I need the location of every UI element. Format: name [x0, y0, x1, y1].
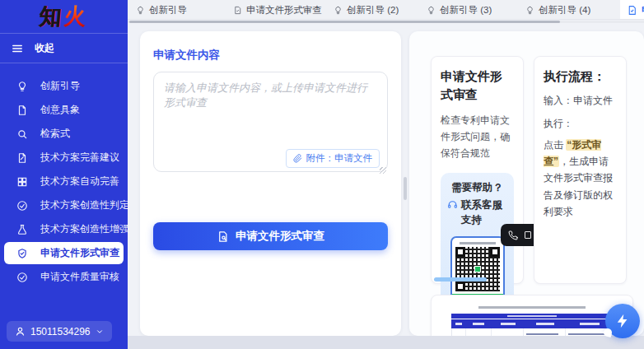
- document-check-icon: [627, 5, 637, 16]
- sidebar-item-search-query[interactable]: 检索式: [0, 122, 128, 146]
- editor-panel: 申请文件内容 附件：申请文件 申请文件形式审查: [140, 31, 401, 336]
- document-icon: [16, 105, 28, 116]
- lightbulb-icon: [136, 6, 145, 15]
- submit-label: 申请文件形式审查: [236, 229, 324, 244]
- check-circle-icon: [16, 272, 28, 283]
- collapse-label: 收起: [35, 41, 54, 55]
- sidebar-item-creativity-enhance[interactable]: 技术方案创造性增强: [0, 217, 128, 241]
- process-card: 执行流程： 输入：申请文件 执行： 点击 “形式审查”，生成申请文件形式审查报告…: [534, 56, 627, 284]
- attachment-label: 附件：申请文件: [306, 152, 373, 165]
- feature-title: 申请文件形式审查: [441, 67, 514, 104]
- chat-support-button[interactable]: [605, 304, 640, 338]
- process-exec-label: 执行：: [544, 116, 617, 132]
- headset-icon: [447, 199, 458, 229]
- sidebar: 知火 收起 创新引导 创意具象 检索式 技术方: [0, 0, 128, 349]
- sidebar-item-label: 检索式: [40, 127, 70, 141]
- sidebar-item-proposal-improve-suggestion[interactable]: 技术方案完善建议: [0, 146, 128, 170]
- preview-table-header: [451, 319, 613, 328]
- progress-bar: [434, 277, 487, 282]
- lightbulb-icon: [16, 81, 28, 92]
- document-check-icon: [233, 6, 242, 15]
- horizontal-scrollbar-thumb[interactable]: [129, 21, 560, 23]
- chevron-down-icon: [96, 328, 104, 336]
- info-panel: 申请文件形式审查 检查专利申请文件形式问题，确保符合规范 需要帮助？ 联系客服支…: [409, 31, 644, 336]
- page-bottom-strip: [128, 336, 644, 349]
- vertical-scrollbar-thumb[interactable]: [404, 177, 407, 200]
- user-account-button[interactable]: 15011534296: [7, 321, 112, 342]
- tab-format-review-1[interactable]: 申请文件形式审查: [233, 0, 322, 20]
- sidebar-item-innovation-guide[interactable]: 创新引导: [0, 74, 128, 98]
- tab-label: 申请文件形式审查: [246, 4, 322, 16]
- editor-section-title: 申请文件内容: [153, 48, 388, 63]
- preview-title-line: [478, 306, 585, 309]
- sidebar-item-label: 申请文件形式审查: [40, 246, 119, 260]
- app-logo: 知火: [0, 0, 129, 33]
- tab-label: 创新引导: [149, 4, 187, 16]
- tab-innovation-guide-1[interactable]: 创新引导: [136, 0, 187, 20]
- sidebar-item-quality-audit[interactable]: 申请文件质量审核: [0, 265, 128, 289]
- sidebar-nav: 创新引导 创意具象 检索式 技术方案完善建议 技术方案自动完善 技术方案创造性判…: [0, 63, 128, 289]
- sidebar-item-label: 技术方案创造性判定: [40, 198, 129, 212]
- sidebar-item-creativity-judgement[interactable]: 技术方案创造性判定: [0, 193, 128, 217]
- shield-check-icon: [16, 248, 28, 259]
- attachment-upload-button[interactable]: 附件：申请文件: [286, 149, 380, 168]
- flask-icon: [16, 224, 28, 235]
- grid-icon: [16, 176, 28, 188]
- horizontal-scrollbar-track: [128, 21, 644, 23]
- app-window: 知火 收起 创新引导 创意具象 检索式 技术方: [0, 0, 644, 349]
- tab-format-review-active[interactable]: 申请文件形式审查: [620, 0, 644, 20]
- sidebar-item-proposal-auto-improve[interactable]: 技术方案自动完善: [0, 170, 128, 193]
- sidebar-item-label: 技术方案完善建议: [40, 151, 119, 165]
- process-step-text: 点击 “形式审查”，生成申请文件形式审查报告及修订版的权利要求: [544, 137, 617, 220]
- tab-innovation-guide-4[interactable]: 创新引导 (4): [525, 0, 590, 20]
- lightbulb-icon: [334, 6, 343, 15]
- tab-label: 创新引导 (2): [347, 4, 399, 16]
- tab-innovation-guide-3[interactable]: 创新引导 (3): [427, 0, 492, 20]
- feature-description: 检查专利申请文件形式问题，确保符合规范: [441, 112, 514, 162]
- phone-icon: [508, 230, 518, 240]
- logo-text: 知: [38, 2, 65, 31]
- sidebar-item-idea-concretize[interactable]: 创意具象: [0, 98, 128, 122]
- help-title: 需要帮助？: [447, 181, 507, 195]
- sidebar-item-label: 技术方案自动完善: [40, 174, 119, 188]
- format-review-submit-button[interactable]: 申请文件形式审查: [153, 222, 388, 250]
- hamburger-icon: [12, 43, 23, 54]
- textarea-wrapper: 附件：申请文件: [153, 72, 388, 175]
- tab-label: 创新引导 (3): [440, 4, 492, 16]
- sidebar-item-label: 申请文件质量审核: [40, 270, 119, 284]
- sidebar-item-label: 创新引导: [40, 79, 80, 93]
- process-title: 执行流程：: [544, 67, 617, 86]
- tab-label: 创新引导 (4): [539, 4, 590, 16]
- process-input-line: 输入：申请文件: [544, 93, 617, 109]
- truncated-glyph: [525, 231, 531, 239]
- preview-table-banner: [451, 314, 613, 319]
- sidebar-item-label: 创意具象: [40, 103, 80, 117]
- search-icon: [16, 128, 28, 140]
- help-text: 联系客服支持: [461, 198, 507, 229]
- preview-table-row: [451, 328, 613, 336]
- tab-bar: 创新引导 申请文件形式审查 创新引导 (2) 创新引导 (3) 创新引导 (4)…: [128, 0, 644, 20]
- person-icon: [15, 326, 26, 337]
- report-preview-page: [451, 306, 613, 336]
- qr-caption-line: [460, 242, 496, 244]
- sidebar-collapse-button[interactable]: 收起: [0, 34, 128, 63]
- lightbulb-icon: [525, 6, 534, 15]
- tab-innovation-guide-2[interactable]: 创新引导 (2): [334, 0, 399, 20]
- document-search-icon: [217, 230, 229, 243]
- lightbulb-icon: [427, 6, 436, 15]
- check-circle-icon: [16, 200, 28, 212]
- document-edit-icon: [16, 152, 28, 164]
- sidebar-item-label: 技术方案创造性增强: [40, 222, 129, 236]
- user-phone-label: 15011534296: [30, 326, 91, 337]
- textarea-resize-handle[interactable]: [380, 167, 386, 174]
- qr-pattern: [455, 247, 500, 291]
- feature-info-card: 申请文件形式审查 检查专利申请文件形式问题，确保符合规范 需要帮助？ 联系客服支…: [431, 56, 524, 284]
- report-preview-card[interactable]: [431, 295, 633, 336]
- lightning-icon: [614, 313, 631, 329]
- paperclip-icon: [293, 154, 302, 163]
- sidebar-item-format-review[interactable]: 申请文件形式审查: [4, 242, 124, 264]
